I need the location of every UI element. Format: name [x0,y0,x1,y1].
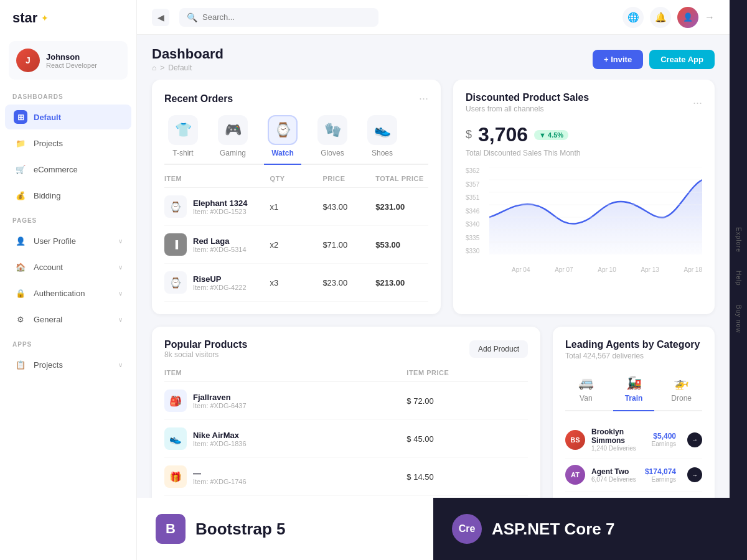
user-name: Johnson [46,52,97,62]
right-sidebar: Explore Help Buy now [730,0,747,560]
sidebar-item-bidding[interactable]: 💰 Bidding [5,183,131,208]
logo-text: star [12,10,37,26]
collapse-button[interactable]: ◀ [152,9,169,26]
header: ◀ 🔍 🌐 🔔 👤 → [137,0,730,35]
sidebar-item-default-label: Default [34,113,61,122]
recent-orders-menu-icon[interactable]: ··· [419,92,428,105]
recent-orders-header: Recent Orders ··· [164,92,428,105]
help-label[interactable]: Help [735,271,742,286]
order-item-3-name: RiseUP [193,274,247,284]
discounted-sales-card: Discounted Product Sales Users from all … [453,80,715,314]
search-bar[interactable]: 🔍 [179,8,378,27]
sidebar-item-general-label: General [34,315,62,324]
tab-gaming[interactable]: 🎮 Gaming [214,115,251,165]
pp-header: Popular Products 8k social visitors Add … [164,339,528,359]
user-avatar-header[interactable]: 👤 [677,7,698,28]
order-item-3-sku: Item: #XDG-4222 [193,284,247,291]
tab-gloves[interactable]: 🧤 Gloves [314,115,351,165]
invite-button[interactable]: + Invite [593,50,643,69]
x-label-3: Apr 10 [598,266,616,273]
tab-tshirt[interactable]: 👕 T-shirt [164,115,202,165]
sidebar-item-authentication-label: Authentication [34,289,85,298]
add-product-button[interactable]: Add Product [469,340,528,358]
sidebar-logo: star ✦ [0,0,136,36]
cart-icon: 🛒 [14,162,27,176]
buy-now-label[interactable]: Buy now [735,305,742,333]
agent-2-info: Agent Two 6,074 Deliveries [591,467,639,483]
order-row-3: ⌚ RiseUP Item: #XDG-4222 x3 $23.00 $213.… [164,264,428,302]
amount-value: 3,706 [478,123,528,146]
cat-btn-van[interactable]: 🚐 Van [565,370,607,411]
sidebar-item-projects[interactable]: 📁 Projects [5,131,131,156]
agent-1-rating-button[interactable]: → [687,432,702,447]
cat-btn-drone[interactable]: 🚁 Drone [660,370,702,411]
recent-orders-title: Recent Orders [164,93,233,105]
explore-label[interactable]: Explore [735,227,742,253]
order-item-1: ⌚ Elephant 1324 Item: #XDG-1523 [164,195,270,218]
agent-1-name: Brooklyn Simmons [591,427,646,445]
sidebar-item-projects-app-label: Projects [34,360,63,370]
pp-item-3-icon: 🎁 [164,465,187,488]
category-tabs: 👕 T-shirt 🎮 Gaming ⌚ Watch 🧤 Gloves [164,115,428,165]
user-card[interactable]: J Johnson React Developer [9,41,128,80]
notification-button[interactable]: 🔔 [650,7,671,28]
globe-button[interactable]: 🌐 [622,7,644,28]
sidebar-item-authentication[interactable]: 🔒 Authentication ∨ [5,281,131,306]
breadcrumb: ⌂ > Default [152,63,223,72]
order-item-2-qty: x2 [270,240,323,250]
order-item-2-name: Red Laga [193,236,247,246]
x-label-4: Apr 13 [641,266,659,273]
user-role: React Developer [46,62,97,69]
x-label-5: Apr 18 [684,266,702,273]
gear-icon: ⚙ [14,312,27,326]
y-label-2: $357 [466,181,479,188]
cat-btn-train[interactable]: 🚂 Train [613,370,655,411]
y-label-7: $330 [466,248,479,254]
col-total: TOTAL PRICE [375,175,428,182]
leading-agents-card: Leading Agents by Category Total 424,567… [553,327,715,498]
col-item: ITEM [164,175,270,182]
sidebar-item-ecommerce-label: eCommerce [34,165,78,174]
chart-y-labels: $362 $357 $351 $346 $340 $335 $330 [466,167,479,254]
order-item-1-price: $43.00 [322,202,375,212]
agent-1-deliveries: 1,240 [591,445,607,452]
sidebar-item-general[interactable]: ⚙ General ∨ [5,307,131,332]
breadcrumb-separator: > [160,63,164,72]
sidebar-item-default[interactable]: ⊞ Default [5,105,131,129]
y-label-3: $351 [466,194,479,201]
discounted-sales-header: Discounted Product Sales Users from all … [466,92,702,113]
arrow-right-icon[interactable]: → [705,12,715,23]
avatar-img: 👤 [683,12,693,22]
sidebar-item-ecommerce[interactable]: 🛒 eCommerce [5,157,131,182]
agent-2-name: Agent Two [591,467,639,476]
clipboard-icon: 📋 [14,358,27,371]
agent-1-earnings-section: $5,400 Earnings [652,432,676,447]
sidebar-item-projects-app[interactable]: 📋 Projects ∨ [5,352,131,377]
pp-item-2-icon: 👟 [164,427,187,450]
chart-svg [489,167,702,254]
deliveries-label-2: Deliveries [609,476,636,483]
tab-shoes[interactable]: 👟 Shoes [364,115,401,165]
sidebar-item-account-label: Account [34,263,63,272]
discounted-sales-menu-icon[interactable]: ··· [693,96,702,110]
pp-title-group: Popular Products 8k social visitors [164,339,247,359]
agent-row-3: ZA Zuid Area 357 Deliveries $2,737 Earni… [565,492,702,498]
main-content: ◀ 🔍 🌐 🔔 👤 → Dashboard ⌂ > Default [137,0,730,560]
agent-2-avatar: AT [565,465,585,485]
popular-products-card: Popular Products 8k social visitors Add … [152,327,540,498]
bootstrap-promo: B Bootstrap 5 [137,498,433,560]
pp-item-1-price: $ 72.00 [406,396,528,406]
drone-icon: 🚁 [674,375,689,390]
agent-2-rating-button[interactable]: → [687,467,702,482]
search-input[interactable] [202,12,371,22]
apps-section-label: APPS [0,332,136,352]
tab-watch[interactable]: ⌚ Watch [264,115,301,165]
sidebar-item-user-profile[interactable]: 👤 User Profile ∨ [5,228,131,253]
pp-row-1: 🎒 Fjallraven Item: #XDG-6437 $ 72.00 [164,382,528,420]
folder-icon: 📁 [14,136,27,150]
sidebar-item-account[interactable]: 🏠 Account ∨ [5,254,131,279]
order-item-3-info: RiseUP Item: #XDG-4222 [193,274,247,291]
currency-symbol: $ [466,128,472,141]
create-app-button[interactable]: Create App [649,50,715,69]
sidebar-item-user-profile-label: User Profile [34,236,76,246]
